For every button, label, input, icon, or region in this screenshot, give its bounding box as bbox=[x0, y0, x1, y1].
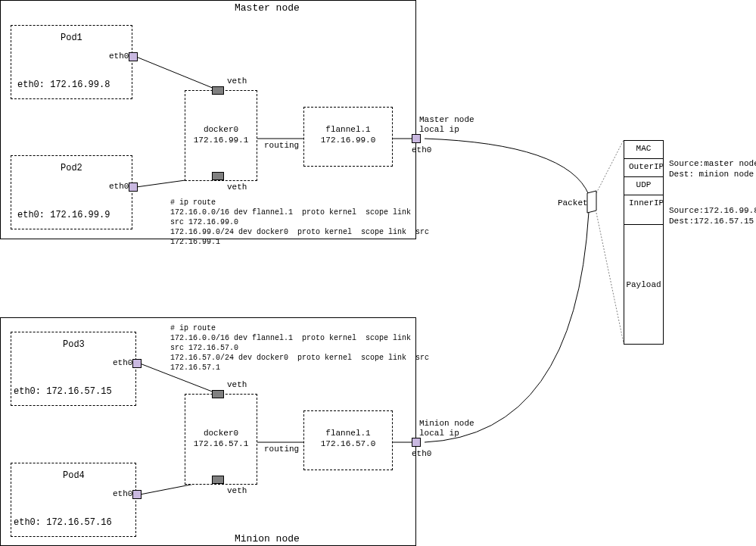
pod2-eth0-label: eth0 bbox=[109, 182, 129, 191]
minion-veth-bottom-label: veth bbox=[227, 486, 247, 495]
master-flannel-name: flannel.1 bbox=[303, 125, 393, 134]
minion-docker0-ip: 172.16.57.1 bbox=[185, 439, 257, 448]
packet-outerip: OuterIP bbox=[624, 159, 663, 177]
pod3-eth0-label: eth0 bbox=[113, 358, 132, 367]
pod1-name: Pod1 bbox=[61, 33, 82, 43]
pod4-name: Pod4 bbox=[63, 470, 85, 481]
minion-veth-top-port bbox=[212, 390, 224, 398]
packet-mac: MAC bbox=[624, 141, 663, 159]
master-veth-top-port bbox=[212, 86, 224, 95]
minion-veth-bottom-port bbox=[212, 476, 224, 484]
master-docker0-name: docker0 bbox=[185, 125, 257, 134]
master-flannel-ip: 172.16.99.0 bbox=[303, 136, 393, 145]
master-routes: # ip route 172.16.0.0/16 dev flannel.1 p… bbox=[170, 198, 429, 247]
pod3-ip: eth0: 172.16.57.15 bbox=[14, 386, 112, 397]
pod2-eth0-port bbox=[129, 183, 138, 192]
pod2-name: Pod2 bbox=[61, 163, 82, 173]
packet-innerip: InnerIP bbox=[624, 195, 663, 225]
minion-docker0-name: docker0 bbox=[185, 429, 257, 438]
minion-routing-label: routing bbox=[264, 445, 299, 454]
minion-flannel-name: flannel.1 bbox=[303, 429, 393, 438]
master-veth-bottom-port bbox=[212, 172, 224, 180]
svg-line-8 bbox=[596, 140, 624, 193]
minion-title: Minion node bbox=[235, 533, 300, 544]
master-veth-bottom-label: veth bbox=[227, 183, 247, 192]
minion-node-ip-label: Minion node local ip bbox=[419, 419, 474, 438]
pod4-ip: eth0: 172.16.57.16 bbox=[14, 517, 112, 528]
master-node-ip-label: Master node local ip bbox=[419, 115, 474, 135]
master-routing-label: routing bbox=[264, 141, 299, 150]
minion-routes: # ip route 172.16.0.0/16 dev flannel.1 p… bbox=[170, 323, 429, 373]
svg-line-9 bbox=[596, 213, 624, 343]
minion-veth-top-label: veth bbox=[227, 380, 247, 389]
master-title: Master node bbox=[235, 2, 300, 14]
minion-eth0-label: eth0 bbox=[412, 449, 431, 458]
packet-label: Packet bbox=[558, 198, 588, 207]
minion-flannel-ip: 172.16.57.0 bbox=[303, 439, 393, 448]
pod1-eth0-port bbox=[129, 52, 138, 61]
packet-outer-note: Source:master node ip Dest: minion node … bbox=[669, 158, 756, 180]
packet-table: MAC OuterIP UDP InnerIP Payload bbox=[624, 140, 664, 345]
pod2-ip: eth0: 172.16.99.9 bbox=[17, 210, 110, 220]
pod1-ip: eth0: 172.16.99.8 bbox=[17, 80, 110, 90]
master-eth0-label: eth0 bbox=[412, 145, 431, 154]
master-eth0-port bbox=[412, 134, 421, 143]
pod1-eth0-label: eth0 bbox=[109, 51, 129, 61]
pod4-eth0-port bbox=[132, 490, 142, 499]
packet-payload: Payload bbox=[624, 225, 663, 344]
pod3-eth0-port bbox=[132, 359, 142, 368]
pod3-name: Pod3 bbox=[63, 339, 85, 350]
packet-inner-note: Source:172.16.99.8 Dest:172.16.57.15 bbox=[669, 205, 756, 227]
packet-udp: UDP bbox=[624, 177, 663, 195]
master-veth-top-label: veth bbox=[227, 76, 247, 86]
master-docker0-ip: 172.16.99.1 bbox=[185, 136, 257, 145]
minion-eth0-port bbox=[412, 438, 421, 447]
pod4-eth0-label: eth0 bbox=[113, 489, 132, 498]
